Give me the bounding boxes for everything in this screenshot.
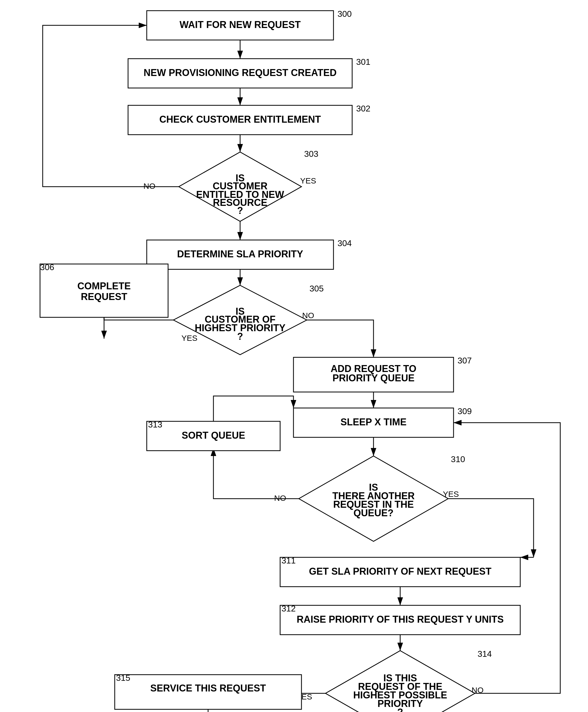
label-300: WAIT FOR NEW REQUEST [180, 19, 301, 30]
label-yes-305: YES [182, 333, 197, 342]
label-yes-303: YES [300, 176, 316, 185]
ref-310: 310 [451, 454, 465, 464]
ref-306: 306 [40, 262, 54, 272]
ref-311: 311 [281, 556, 296, 565]
label-302: CHECK CUSTOMER ENTITLEMENT [159, 114, 321, 125]
label-307b: PRIORITY QUEUE [332, 372, 414, 384]
label-304: DETERMINE SLA PRIORITY [177, 249, 303, 259]
label-no-305: NO [302, 311, 314, 320]
arrow-yes-310-right [448, 499, 533, 557]
label-310d: QUEUE? [354, 508, 394, 518]
label-no-310: NO [274, 494, 286, 502]
label-301: NEW PROVISIONING REQUEST CREATED [144, 67, 336, 78]
ref-314: 314 [478, 649, 492, 659]
label-305d: ? [237, 331, 243, 342]
arrow-no-305 [307, 320, 374, 357]
ref-303: 303 [304, 149, 318, 159]
ref-301: 301 [356, 57, 370, 67]
arrow-313-309 [213, 396, 293, 421]
label-309: SLEEP X TIME [340, 416, 406, 428]
label-no-303: NO [144, 181, 155, 190]
label-306b: REQUEST [81, 291, 127, 302]
ref-312: 312 [281, 604, 296, 613]
label-314e: ? [397, 707, 403, 712]
ref-309: 309 [458, 406, 472, 416]
ref-315: 315 [116, 673, 130, 683]
ref-302: 302 [356, 104, 370, 113]
ref-305: 305 [310, 284, 323, 293]
label-313: SORT QUEUE [182, 430, 245, 441]
label-yes-310: YES [443, 490, 459, 498]
label-306a: COMPLETE [77, 281, 131, 292]
ref-304: 304 [337, 238, 352, 248]
flowchart-diagram: WAIT FOR NEW REQUEST 300 NEW PROVISIONIN… [0, 0, 588, 712]
label-303e: ? [237, 205, 243, 216]
ref-313: 313 [148, 420, 162, 429]
label-311: GET SLA PRIORITY OF NEXT REQUEST [309, 566, 491, 577]
label-312: RAISE PRIORITY OF THIS REQUEST Y UNITS [297, 614, 504, 625]
ref-307: 307 [458, 356, 472, 365]
ref-300: 300 [337, 9, 352, 19]
label-315a: SERVICE THIS REQUEST [150, 683, 266, 694]
arrow-no-310 [213, 448, 299, 499]
